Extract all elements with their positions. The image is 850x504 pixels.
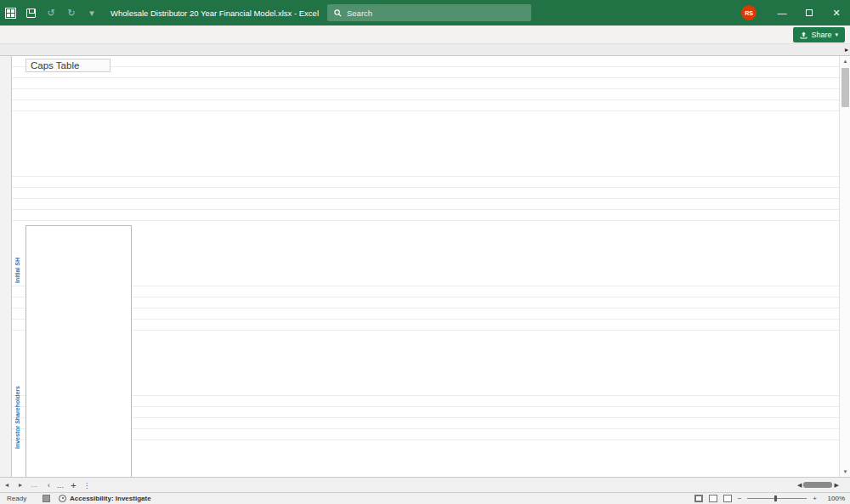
zoom-slider[interactable] — [747, 498, 807, 499]
accessibility-icon — [59, 495, 66, 502]
share-icon — [800, 31, 808, 39]
hscroll-left-icon[interactable]: ◀ — [797, 482, 802, 489]
horizontal-scroll-thumb[interactable] — [803, 482, 832, 488]
tab-menu-icon[interactable]: ⋮ — [83, 481, 91, 490]
vertical-scroll-thumb[interactable] — [842, 68, 849, 107]
page-title[interactable]: Caps Table — [26, 59, 110, 72]
share-dropdown-icon: ▾ — [835, 31, 838, 38]
undo-icon[interactable]: ↺ — [41, 0, 61, 25]
save-icon[interactable] — [20, 0, 41, 25]
column-header-row: ▸ — [0, 44, 850, 56]
share-label: Share — [811, 31, 831, 39]
page-layout-view-icon[interactable] — [709, 495, 717, 502]
tab-scroll-left-icon[interactable]: ‹ — [48, 481, 50, 490]
page-break-view-icon[interactable] — [723, 495, 732, 502]
tab-nav-right-icon[interactable]: ▸ — [14, 478, 27, 492]
excel-window: ↺ ↻ ▾ Wholesale Distributor 20 Year Fina… — [0, 0, 850, 504]
close-button[interactable]: ✕ — [823, 0, 850, 25]
status-ready: Ready — [0, 495, 34, 502]
vertical-scrollbar[interactable]: ▲ ▼ — [839, 56, 850, 477]
shareholder-name-table — [26, 225, 132, 478]
row-header-gutter — [0, 56, 12, 477]
scroll-down-icon[interactable]: ▼ — [840, 467, 850, 477]
restore-button[interactable] — [796, 0, 823, 25]
window-title: Wholesale Distributor 20 Year Financial … — [110, 8, 319, 18]
avatar[interactable]: RS — [741, 5, 756, 20]
title-bar: ↺ ↻ ▾ Wholesale Distributor 20 Year Fina… — [0, 0, 850, 25]
horizontal-scrollbar[interactable]: ◀ ▶ — [797, 480, 847, 490]
status-bar: Ready Accessibility: Investigate − + 100… — [0, 492, 850, 504]
tab-overflow-left-icon[interactable]: … — [27, 478, 41, 492]
new-sheet-button[interactable]: + — [71, 480, 76, 490]
macro-record-icon[interactable] — [42, 495, 50, 502]
gridlines — [12, 56, 839, 477]
spreadsheet-grid[interactable]: Caps Table Initial SH Investor Sharehold… — [0, 56, 850, 477]
sheet-tab-bar: ◂ ▸ … ‹ … + ⋮ ◀ ▶ — [0, 477, 850, 492]
search-placeholder: Search — [347, 8, 372, 18]
zoom-level[interactable]: 100% — [823, 495, 845, 502]
column-scroll-right-icon[interactable]: ▸ — [845, 46, 848, 54]
normal-view-icon[interactable] — [694, 495, 703, 502]
zoom-out-icon[interactable]: − — [738, 495, 742, 502]
tab-overflow-right-icon[interactable]: … — [57, 481, 65, 490]
vertical-label-initial-sh[interactable]: Initial SH — [11, 237, 24, 303]
search-input[interactable]: Search — [327, 4, 531, 21]
tab-nav-left-icon[interactable]: ◂ — [0, 478, 14, 492]
scroll-up-icon[interactable]: ▲ — [840, 56, 850, 66]
search-icon — [334, 9, 342, 17]
quick-access-dropdown-icon[interactable]: ▾ — [82, 0, 102, 25]
hscroll-right-icon[interactable]: ▶ — [834, 482, 838, 489]
redo-icon[interactable]: ↻ — [61, 0, 82, 25]
app-icon — [0, 0, 20, 25]
ribbon-tab-row: Share ▾ — [0, 25, 850, 44]
zoom-in-icon[interactable]: + — [813, 495, 817, 502]
zoom-slider-thumb[interactable] — [774, 496, 777, 501]
accessibility-status[interactable]: Accessibility: Investigate — [70, 495, 151, 502]
minimize-button[interactable]: ― — [768, 0, 796, 25]
share-button[interactable]: Share ▾ — [793, 27, 845, 42]
vertical-label-investor-shareholders[interactable]: Investor Shareholders — [11, 314, 24, 477]
